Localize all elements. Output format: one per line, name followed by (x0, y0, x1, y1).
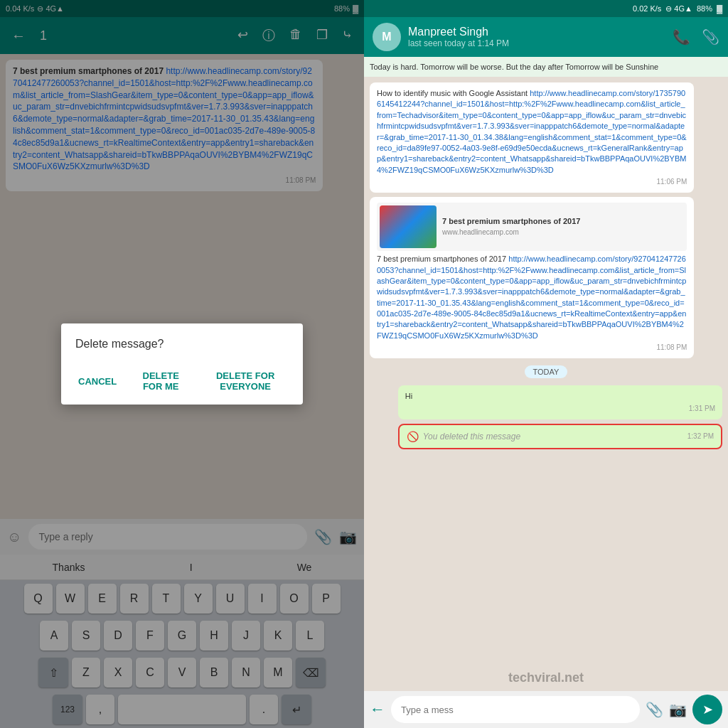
send-button[interactable]: ➤ (692, 695, 722, 724)
avatar: M (373, 23, 401, 51)
message-input-bar: ← 📎 📷 ➤ (364, 691, 728, 728)
contact-name: Manpreet Singh (408, 26, 665, 38)
message-input[interactable] (391, 696, 640, 723)
message-hi-text: Hi (405, 392, 412, 400)
message-1-text: How to identify music with Google Assist… (377, 88, 687, 176)
marquee-text: Today is hard. Tomorrow will be worse. B… (370, 63, 658, 71)
back-arrow-icon[interactable]: ← (370, 700, 385, 719)
message-hi: Hi 1:31 PM (398, 385, 722, 419)
right-status-bar: 0.02 K/s ⊖ 4G▲ 88% ▓ (364, 0, 728, 17)
right-battery: 88% (697, 4, 712, 13)
preview-image (380, 205, 437, 248)
paperclip-icon[interactable]: 📎 (702, 28, 719, 46)
last-seen: last seen today at 1:14 PM (408, 38, 665, 48)
deleted-time: 1:32 PM (687, 432, 714, 440)
preview-url: www.headlinecamp.com (442, 228, 684, 237)
chat-header: M Manpreet Singh last seen today at 1:14… (364, 17, 728, 57)
dialog-buttons: CANCEL DELETE FOR ME DELETE FOR EVERYONE (75, 365, 289, 397)
right-panel: 0.02 K/s ⊖ 4G▲ 88% ▓ M Manpreet Singh la… (364, 0, 728, 728)
send-icon: ➤ (702, 702, 713, 717)
left-panel: 0.04 K/s ⊖ 4G▲ 88% ▓ ← 1 ↩ ⓘ 🗑 ❐ ⤷ 7 bes… (0, 0, 364, 728)
right-speed: 0.02 K/s (633, 4, 661, 13)
today-badge: TODAY (525, 365, 568, 378)
deleted-message: 🚫 You deleted this message 1:32 PM (398, 424, 722, 449)
cancel-button[interactable]: CANCEL (75, 365, 119, 397)
delete-for-everyone-button[interactable]: DELETE FOR EVERYONE (202, 365, 289, 397)
input-camera-icon[interactable]: 📷 (669, 701, 687, 718)
message-2-text: 7 best premium smartphones of 2017 http:… (377, 254, 687, 341)
deleted-icon: 🚫 (407, 431, 419, 442)
preview-title: 7 best premium smartphones of 2017 (442, 216, 684, 227)
right-battery-icon: ▓ (717, 4, 722, 13)
today-divider: TODAY (370, 365, 722, 378)
chat-header-info: Manpreet Singh last seen today at 1:14 P… (408, 26, 665, 48)
chat-messages: How to identify music with Google Assist… (364, 77, 728, 691)
message-1: How to identify music with Google Assist… (370, 82, 694, 193)
message-hi-time: 1:31 PM (405, 404, 715, 414)
delete-dialog-overlay: Delete message? CANCEL DELETE FOR ME DEL… (0, 0, 364, 728)
message-2-time: 11:08 PM (377, 343, 687, 353)
message-1-link: http://www.headlinecamp.com/story/173579… (377, 89, 687, 174)
delete-dialog: Delete message? CANCEL DELETE FOR ME DEL… (61, 323, 303, 405)
input-attachment-icon[interactable]: 📎 (646, 701, 663, 718)
chat-header-actions: 📞 📎 (673, 28, 719, 46)
call-icon[interactable]: 📞 (673, 28, 690, 46)
avatar-letter: M (382, 31, 391, 43)
message-2-preview: 7 best premium smartphones of 2017 www.h… (377, 203, 687, 251)
marquee-bar: Today is hard. Tomorrow will be worse. B… (364, 57, 728, 77)
preview-card-text: 7 best premium smartphones of 2017 www.h… (442, 216, 684, 237)
delete-for-me-button[interactable]: DELETE FOR ME (131, 365, 191, 397)
message-1-time: 11:06 PM (377, 177, 687, 187)
message-2: 7 best premium smartphones of 2017 www.h… (370, 197, 694, 358)
right-signal-icon: ⊖ 4G▲ (665, 4, 692, 14)
deleted-text: You deleted this message (423, 432, 683, 441)
message-2-link: http://www.headlinecamp.com/story/927041… (377, 255, 686, 340)
dialog-title: Delete message? (75, 338, 289, 350)
